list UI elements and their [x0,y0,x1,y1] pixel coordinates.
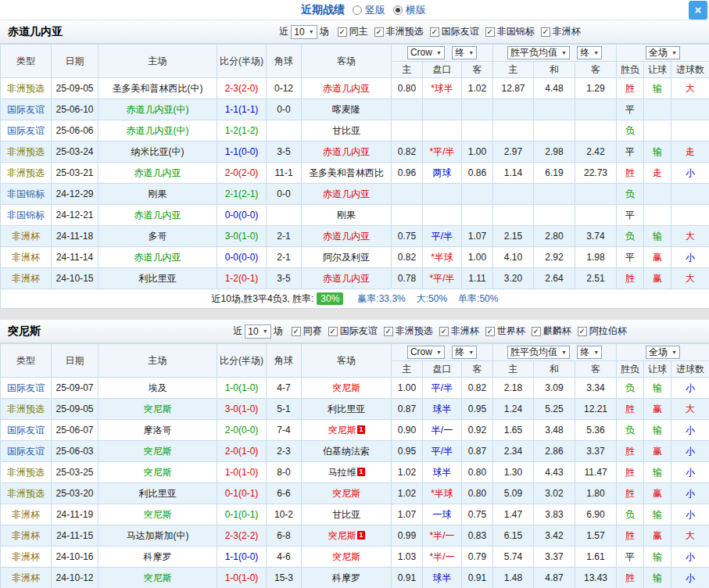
match-score[interactable]: 3-0(1-0) [217,399,267,420]
checkbox-icon[interactable] [338,27,347,37]
home-team[interactable]: 纳米比亚(中) [98,142,217,163]
scope-dropdown[interactable]: 全场▼ [646,46,680,59]
match-score[interactable]: 1-0(1-0) [217,568,267,588]
away-team[interactable]: 赤道几内亚 [302,268,392,289]
home-team[interactable]: 科摩罗 [98,547,217,568]
match-score[interactable]: 0-0(0-0) [217,205,267,226]
home-team[interactable]: 利比里亚 [98,483,217,504]
home-team[interactable]: 赤道几内亚(中) [98,99,217,120]
away-team[interactable]: 甘比亚 [302,504,392,525]
avg-odds-dropdown[interactable]: 胜平负均值▼ [507,346,570,359]
home-team[interactable]: 赤道几内亚 [98,247,217,268]
radio-icon[interactable] [353,5,362,15]
away-team[interactable]: 阿尔及利亚 [302,247,392,268]
home-team[interactable]: 突尼斯 [98,399,217,420]
home-team[interactable]: 利比里亚 [98,268,217,289]
match-score[interactable]: 1-2(1-2) [217,120,267,142]
away-team[interactable]: 喀麦隆 [302,99,392,120]
home-team[interactable]: 刚果 [98,184,217,205]
home-team[interactable]: 突尼斯 [98,568,217,588]
match-score[interactable]: 1-2(0-1) [217,268,267,289]
checkbox-icon[interactable] [439,327,449,336]
league-filter-item[interactable]: 阿拉伯杯 [578,324,627,338]
close-button[interactable]: × [689,1,707,20]
league-filter-item[interactable]: 麒麟杯 [532,324,571,338]
match-score[interactable]: 2-3(2-0) [217,78,267,99]
league-filter-item[interactable]: 同主 [338,25,368,38]
league-filter-item[interactable]: 非国锦标 [485,25,535,38]
match-score[interactable]: 0-0(0-0) [217,247,267,268]
away-team[interactable]: 突尼斯 [302,547,392,568]
match-score[interactable]: 1-1(1-1) [217,99,267,120]
away-team[interactable]: 甘比亚 [302,120,392,142]
checkbox-icon[interactable] [485,327,495,336]
match-score[interactable]: 2-0(0-0) [217,420,267,441]
away-team[interactable]: 赤道几内亚 [302,142,392,163]
match-score[interactable]: 2-3(2-2) [217,525,267,547]
checkbox-icon[interactable] [328,327,338,336]
away-team[interactable]: 突尼斯1 [302,525,392,547]
league-filter-item[interactable]: 非洲杯 [541,25,581,38]
home-team[interactable]: 赤道几内亚(中) [98,120,217,142]
checkbox-icon[interactable] [430,27,439,37]
league-filter-item[interactable]: 同赛 [292,324,322,338]
avg-final-dropdown[interactable]: 终▼ [577,46,602,59]
home-team[interactable]: 圣多美和普林西比(中) [98,78,217,99]
scope-dropdown[interactable]: 全场▼ [646,346,680,359]
match-score[interactable]: 2-0(2-0) [217,163,267,184]
checkbox-icon[interactable] [485,27,495,37]
checkbox-icon[interactable] [532,327,541,336]
checkbox-icon[interactable] [374,27,384,37]
away-team[interactable]: 突尼斯 [302,483,392,504]
match-score[interactable]: 1-1(0-0) [217,547,267,568]
away-team[interactable]: 赤道几内亚 [302,78,392,99]
away-team[interactable]: 突尼斯1 [302,420,392,441]
checkbox-icon[interactable] [384,327,393,336]
match-count-select[interactable]: 10 ▼ [245,324,270,339]
home-team[interactable]: 赤道几内亚 [98,163,217,184]
league-filter-item[interactable]: 国际友谊 [328,324,378,338]
home-team[interactable]: 赤道几内亚 [98,205,217,226]
away-team[interactable]: 科摩罗 [302,568,392,588]
league-filter-item[interactable]: 非洲预选 [384,324,433,338]
checkbox-icon[interactable] [578,327,587,336]
checkbox-icon[interactable] [541,27,550,37]
away-team[interactable]: 赤道几内亚 [302,226,392,247]
away-team[interactable]: 刚果 [302,205,392,226]
away-team[interactable]: 马拉维1 [302,462,392,483]
away-team[interactable]: 圣多美和普林西比 [302,163,392,184]
league-filter-item[interactable]: 世界杯 [485,324,525,338]
odds-company-dropdown[interactable]: Crow▼ [407,346,445,359]
match-score[interactable]: 1-0(1-0) [217,378,267,399]
match-score[interactable]: 2-0(1-0) [217,441,267,462]
match-score[interactable]: 2-1(2-1) [217,184,267,205]
away-team[interactable]: 利比里亚 [302,399,392,420]
home-team[interactable]: 摩洛哥 [98,420,217,441]
home-team[interactable]: 突尼斯 [98,462,217,483]
home-team[interactable]: 突尼斯 [98,504,217,525]
odds-final-dropdown[interactable]: 终▼ [452,346,477,359]
home-team[interactable]: 马达加斯加(中) [98,525,217,547]
radio-selected-icon[interactable] [393,5,403,15]
away-team[interactable]: 赤道几内亚 [302,184,392,205]
match-score[interactable]: 0-1(0-1) [217,504,267,525]
match-score[interactable]: 1-1(0-0) [217,142,267,163]
league-filter-item[interactable]: 国际友谊 [430,25,479,38]
match-score[interactable]: 1-0(1-0) [217,462,267,483]
match-count-select[interactable]: 10 ▼ [291,25,317,39]
odds-company-dropdown[interactable]: Crow▼ [407,46,445,59]
home-team[interactable]: 突尼斯 [98,441,217,462]
home-team[interactable]: 埃及 [98,378,217,399]
match-score[interactable]: 3-0(1-0) [217,226,267,247]
layout-option-horizontal[interactable]: 横版 [393,3,426,17]
away-team[interactable]: 伯基纳法索 [302,441,392,462]
league-filter-item[interactable]: 非洲预选 [374,25,424,38]
home-team[interactable]: 多哥 [98,226,217,247]
avg-odds-dropdown[interactable]: 胜平负均值▼ [507,46,570,59]
odds-final-dropdown[interactable]: 终▼ [452,46,477,59]
checkbox-icon[interactable] [292,327,301,336]
away-team[interactable]: 突尼斯 [302,378,392,399]
layout-option-vertical[interactable]: 竖版 [353,3,385,17]
avg-final-dropdown[interactable]: 终▼ [577,346,602,359]
league-filter-item[interactable]: 非洲杯 [439,324,479,338]
